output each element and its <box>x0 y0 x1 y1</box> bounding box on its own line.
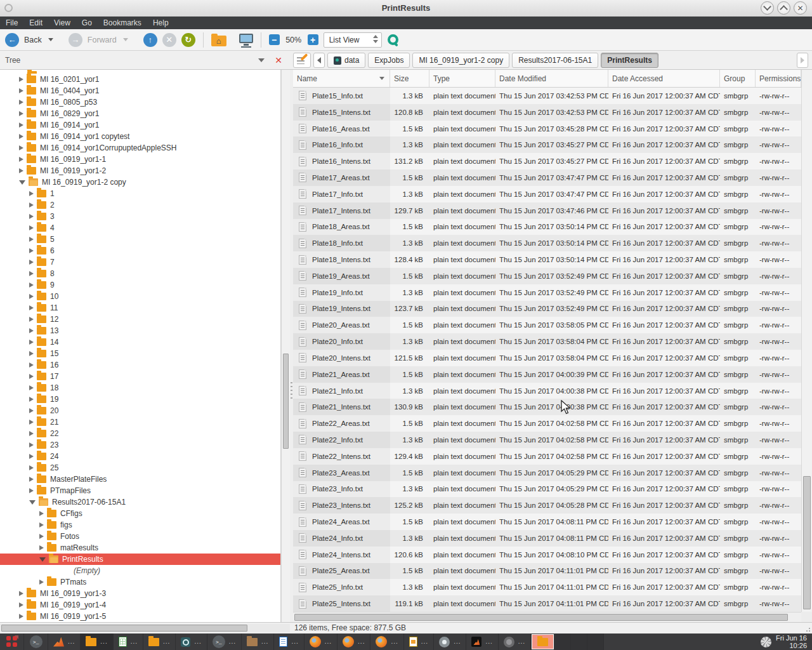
tree-item[interactable]: Fotos <box>0 531 280 542</box>
list-horizontal-scrollbar[interactable] <box>293 612 801 622</box>
tree-item[interactable]: PTmapFiles <box>0 485 280 496</box>
tree-item[interactable]: 10 <box>0 291 280 302</box>
tree-item[interactable]: MI 16_0914_yor1 copytest <box>0 131 280 142</box>
maximize-button[interactable] <box>777 1 790 15</box>
tree-item[interactable]: 14 <box>0 336 280 348</box>
expand-icon[interactable] <box>29 431 34 436</box>
taskbar-item[interactable]: ... <box>114 633 143 650</box>
taskbar-item[interactable] <box>0 633 24 650</box>
back-label[interactable]: Back <box>24 36 42 44</box>
tree-item[interactable]: Results2017-06-15A1 <box>0 496 280 508</box>
file-row[interactable]: Plate25_Intens.txt119.1 kBplain text doc… <box>293 595 801 612</box>
menu-item-edit[interactable]: Edit <box>23 17 48 29</box>
file-row[interactable]: Plate19_Areas.txt1.5 kBplain text docume… <box>293 268 801 284</box>
taskbar-item[interactable]: ... <box>81 633 113 650</box>
menu-item-view[interactable]: View <box>48 17 76 29</box>
expand-icon[interactable] <box>19 157 23 162</box>
file-row[interactable]: Plate17_Areas.txt1.5 kBplain text docume… <box>293 169 801 186</box>
expand-icon[interactable] <box>19 145 23 150</box>
file-row[interactable]: Plate25_Areas.txt1.5 kBplain text docume… <box>293 563 801 580</box>
file-row[interactable]: Plate21_Areas.txt1.5 kBplain text docume… <box>293 366 801 383</box>
expand-icon[interactable] <box>29 340 34 345</box>
edit-path-button[interactable] <box>293 53 311 68</box>
expand-icon[interactable] <box>19 100 23 105</box>
taskbar-item[interactable]: ... <box>274 633 304 650</box>
tree-item[interactable]: MI 16_0201_yor1 <box>0 74 280 85</box>
expand-icon[interactable] <box>29 454 34 459</box>
minimize-button[interactable] <box>761 1 774 15</box>
menu-item-file[interactable]: File <box>0 17 23 29</box>
tree-item[interactable]: MI 16_0919_yor1-3 <box>0 588 280 599</box>
tree-item[interactable]: 24 <box>0 451 280 462</box>
file-row[interactable]: Plate22_Intens.txt129.4 kBplain text doc… <box>293 448 801 465</box>
expand-icon[interactable] <box>29 408 34 413</box>
expand-icon[interactable] <box>29 294 34 299</box>
taskbar-item[interactable]: >_ <box>24 633 48 650</box>
column-header-date-modified[interactable]: Date Modified <box>495 70 608 87</box>
file-row[interactable]: Plate24_Info.txt1.3 kBplain text documen… <box>293 530 801 547</box>
expand-icon[interactable] <box>29 214 34 219</box>
tree-item[interactable]: 22 <box>0 428 280 439</box>
tree-item[interactable]: PrintResults <box>0 554 280 565</box>
file-row[interactable]: Plate24_Intens.txt120.6 kBplain text doc… <box>293 547 801 563</box>
tree-item[interactable]: 3 <box>0 211 280 222</box>
taskbar-item[interactable]: ... <box>242 633 274 650</box>
tree-item[interactable]: MI 16_0919_yor1-5 <box>0 611 280 622</box>
expand-icon[interactable] <box>29 465 34 470</box>
tree-item[interactable]: 1 <box>0 188 280 199</box>
expand-icon[interactable] <box>19 614 23 619</box>
tree-item[interactable]: MI 16_0805_p53 <box>0 96 280 108</box>
stop-button[interactable]: ✕ <box>162 33 176 47</box>
collapse-icon[interactable] <box>39 557 46 562</box>
spinner-icons[interactable] <box>373 35 378 43</box>
expand-icon[interactable] <box>19 591 23 596</box>
taskbar-item[interactable]: ... <box>304 633 337 650</box>
tree-item[interactable]: 7 <box>0 256 280 268</box>
expand-icon[interactable] <box>29 191 34 196</box>
expand-icon[interactable] <box>19 123 23 128</box>
menu-item-bookmarks[interactable]: Bookmarks <box>98 17 147 29</box>
back-button[interactable]: ← <box>5 33 19 47</box>
back-dropdown-icon[interactable] <box>48 38 53 41</box>
tree-item[interactable]: 16 <box>0 359 280 371</box>
file-row[interactable]: Plate16_Areas.txt1.5 kBplain text docume… <box>293 121 801 137</box>
refresh-button[interactable]: ↻ <box>181 33 195 47</box>
breadcrumb-item[interactable]: Results2017-06-15A1 <box>512 53 598 68</box>
file-row[interactable]: Plate17_Intens.txt129.7 kBplain text doc… <box>293 202 801 219</box>
tree-item[interactable]: MI 16_0919_yor1-2 <box>0 165 280 176</box>
file-row[interactable]: Plate15_Info.txt1.3 kBplain text documen… <box>293 88 801 104</box>
tree-item[interactable]: PTmats <box>0 576 280 588</box>
tree-item[interactable]: MI 16_0914_yor1 <box>0 119 280 131</box>
tree-item[interactable]: 11 <box>0 302 280 314</box>
expand-icon[interactable] <box>29 282 34 288</box>
expand-icon[interactable] <box>29 237 34 242</box>
column-header-date-accessed[interactable]: Date Accessed <box>608 70 720 87</box>
column-header-permissions[interactable]: Permissions <box>756 70 801 87</box>
tree-item[interactable]: MasterPlateFiles <box>0 474 280 485</box>
menu-item-go[interactable]: Go <box>76 17 98 29</box>
file-row[interactable]: Plate18_Areas.txt1.5 kBplain text docume… <box>293 219 801 235</box>
tree-item[interactable]: 5 <box>0 234 280 245</box>
home-button[interactable] <box>211 36 226 46</box>
resize-grip[interactable] <box>803 625 811 632</box>
expand-icon[interactable] <box>29 202 34 208</box>
expand-icon[interactable] <box>39 580 44 585</box>
expand-icon[interactable] <box>19 602 23 607</box>
collapse-icon[interactable] <box>29 500 36 505</box>
expand-icon[interactable] <box>29 374 34 379</box>
view-mode-select[interactable]: List View <box>324 32 382 48</box>
tree-item[interactable]: 21 <box>0 416 280 428</box>
tree-vertical-scrollbar[interactable] <box>281 70 290 622</box>
tree-item[interactable]: 4 <box>0 222 280 234</box>
forward-dropdown-icon[interactable] <box>123 38 128 41</box>
expand-icon[interactable] <box>29 260 34 265</box>
taskbar-item[interactable]: ... <box>466 633 498 650</box>
forward-button[interactable]: → <box>69 33 82 47</box>
file-row[interactable]: Plate18_Info.txt1.3 kBplain text documen… <box>293 235 801 251</box>
tree-item[interactable]: 23 <box>0 439 280 451</box>
file-row[interactable]: Plate17_Info.txt1.3 kBplain text documen… <box>293 186 801 202</box>
expand-icon[interactable] <box>29 305 34 310</box>
expand-icon[interactable] <box>29 317 34 322</box>
file-row[interactable]: Plate18_Intens.txt128.4 kBplain text doc… <box>293 251 801 268</box>
tree-item[interactable]: 9 <box>0 279 280 291</box>
